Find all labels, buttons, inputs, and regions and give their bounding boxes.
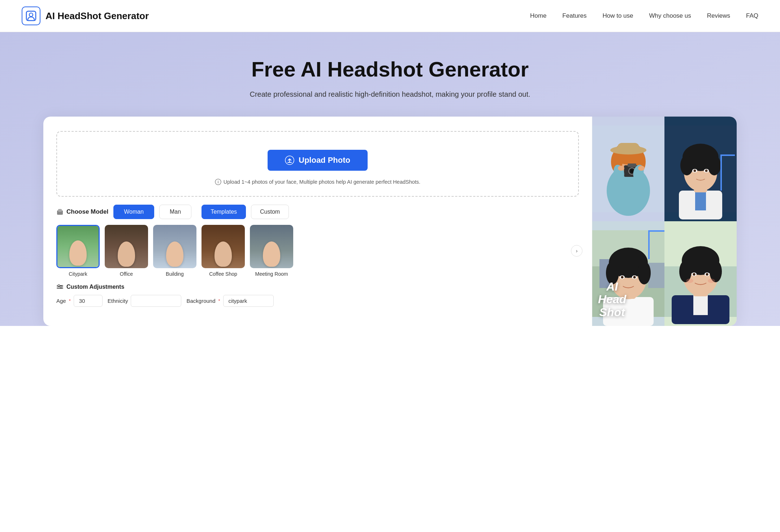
age-label: Age xyxy=(56,298,66,304)
custom-adjustments-label: Custom Adjustments xyxy=(66,284,124,290)
svg-point-34 xyxy=(680,155,693,175)
svg-point-39 xyxy=(705,169,708,172)
template-grid: Citypark Office xyxy=(56,225,579,277)
left-panel: Upload Photo i Upload 1~4 photos of your… xyxy=(43,117,592,326)
template-img-coffee-shop xyxy=(202,225,245,268)
portrait-1-svg xyxy=(664,117,737,221)
upload-hint-text: Upload 1~4 photos of your face, Multiple… xyxy=(224,179,420,185)
preview-portrait-3 xyxy=(664,221,737,326)
navbar: AI HeadShot Generator Home Features How … xyxy=(0,0,780,32)
upload-icon xyxy=(285,156,294,165)
svg-point-53 xyxy=(638,261,651,284)
nav-how-to-use[interactable]: How to use xyxy=(602,12,633,19)
right-preview-panel: AI Head Shot xyxy=(592,117,737,326)
upload-button-label: Upload Photo xyxy=(299,156,350,165)
svg-point-23 xyxy=(630,169,634,173)
svg-point-11 xyxy=(60,286,62,288)
brand: AI HeadShot Generator xyxy=(22,6,149,25)
background-input[interactable] xyxy=(223,295,274,307)
ai-text-overlay: AI Head Shot xyxy=(598,280,626,319)
template-office[interactable]: Office xyxy=(105,225,148,277)
svg-rect-6 xyxy=(58,209,62,212)
woman-button[interactable]: Woman xyxy=(113,205,154,219)
custom-adjustments-section: Custom Adjustments xyxy=(56,283,579,291)
nav-menu: Home Features How to use Why choose us R… xyxy=(530,12,758,19)
age-required: * xyxy=(69,298,71,304)
svg-point-37 xyxy=(694,169,696,172)
fields-row: Age * Ethnicity Background * xyxy=(56,295,579,307)
portrait-3-svg xyxy=(664,221,737,326)
template-meeting-room[interactable]: Meeting Room xyxy=(250,225,293,277)
svg-rect-41 xyxy=(720,154,735,156)
nav-faq[interactable]: FAQ xyxy=(746,12,758,19)
age-input[interactable] xyxy=(74,295,103,307)
svg-point-57 xyxy=(633,276,636,278)
preview-illustr xyxy=(592,117,664,221)
template-img-building xyxy=(153,225,196,268)
ethnicity-field-group: Ethnicity xyxy=(108,295,182,307)
template-img-meeting-room xyxy=(250,225,293,268)
adjustments-icon xyxy=(56,283,64,291)
svg-rect-19 xyxy=(618,143,639,152)
custom-button[interactable]: Custom xyxy=(251,205,289,219)
brand-icon xyxy=(22,6,40,25)
svg-point-10 xyxy=(58,284,60,286)
svg-rect-58 xyxy=(648,230,650,259)
preview-portrait-1 xyxy=(664,117,737,221)
svg-point-70 xyxy=(693,273,696,275)
background-required: * xyxy=(218,298,220,304)
svg-rect-59 xyxy=(648,230,664,232)
nav-reviews[interactable]: Reviews xyxy=(707,12,730,19)
svg-point-26 xyxy=(618,166,624,171)
info-icon: i xyxy=(215,179,221,185)
svg-point-55 xyxy=(621,276,624,278)
hero-section: Free AI Headshot Generator Create profes… xyxy=(0,32,780,326)
svg-point-72 xyxy=(706,273,708,275)
preview-portrait-2: AI Head Shot xyxy=(592,221,664,326)
svg-rect-21 xyxy=(628,163,636,167)
upload-hint: i Upload 1~4 photos of your face, Multip… xyxy=(68,179,567,185)
hero-subtitle: Create professional and realistic high-d… xyxy=(22,90,758,99)
man-button[interactable]: Man xyxy=(159,205,191,219)
ethnicity-label: Ethnicity xyxy=(108,298,128,304)
template-img-citypark xyxy=(56,225,100,268)
upload-photo-button[interactable]: Upload Photo xyxy=(268,150,368,171)
hero-title: Free AI Headshot Generator xyxy=(22,57,758,82)
template-name-meeting-room: Meeting Room xyxy=(255,271,288,277)
upload-area: Upload Photo i Upload 1~4 photos of your… xyxy=(56,131,579,197)
model-label-text: Choose Model xyxy=(66,208,108,215)
nav-features[interactable]: Features xyxy=(562,12,586,19)
svg-rect-63 xyxy=(693,293,708,315)
template-citypark[interactable]: Citypark xyxy=(56,225,100,277)
age-field-group: Age * xyxy=(56,295,103,307)
svg-point-27 xyxy=(638,166,645,171)
main-card: Upload Photo i Upload 1~4 photos of your… xyxy=(43,117,737,326)
svg-point-35 xyxy=(708,155,721,175)
svg-rect-40 xyxy=(720,154,722,191)
carousel-next-arrow[interactable]: › xyxy=(571,245,582,257)
template-building[interactable]: Building xyxy=(153,225,196,277)
svg-point-74 xyxy=(708,279,715,283)
svg-point-1 xyxy=(29,13,33,17)
template-name-building: Building xyxy=(166,271,184,277)
background-label: Background xyxy=(186,298,215,304)
photographer-illustration xyxy=(592,117,664,221)
brand-title: AI HeadShot Generator xyxy=(46,10,149,22)
model-row: Choose Model Woman Man Templates Custom xyxy=(56,205,579,219)
svg-point-73 xyxy=(686,279,693,283)
nav-home[interactable]: Home xyxy=(530,12,546,19)
svg-rect-47 xyxy=(648,263,664,288)
ethnicity-input[interactable] xyxy=(131,295,181,307)
template-name-coffee-shop: Coffee Shop xyxy=(209,271,237,277)
nav-why-choose-us[interactable]: Why choose us xyxy=(649,12,691,19)
background-field-group: Background * xyxy=(186,295,273,307)
template-name-office: Office xyxy=(120,271,133,277)
templates-button[interactable]: Templates xyxy=(202,205,246,219)
model-label: Choose Model xyxy=(56,208,108,215)
template-img-office xyxy=(105,225,148,268)
cube-icon xyxy=(56,208,64,215)
svg-text:i: i xyxy=(217,180,218,184)
template-coffee-shop[interactable]: Coffee Shop xyxy=(202,225,245,277)
template-name-citypark: Citypark xyxy=(69,271,87,277)
